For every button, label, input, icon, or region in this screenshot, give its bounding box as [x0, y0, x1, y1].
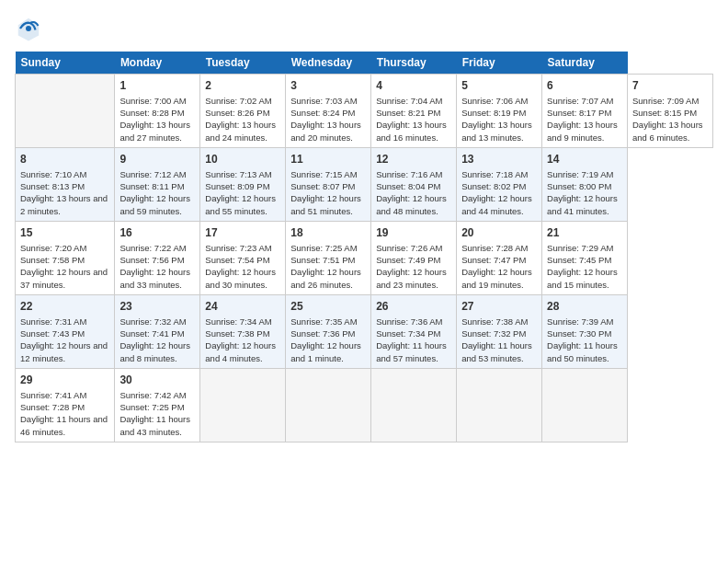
calendar-cell: 29 Sunrise: 7:41 AM Sunset: 7:28 PM Dayl…: [16, 368, 115, 442]
daylight: Daylight: 12 hours and 1 minute.: [290, 340, 361, 362]
calendar-cell: 19 Sunrise: 7:26 AM Sunset: 7:49 PM Dayl…: [371, 221, 457, 294]
sunset: Sunset: 7:41 PM: [119, 328, 184, 339]
sunset: Sunset: 8:09 PM: [205, 181, 269, 191]
sunset: Sunset: 8:26 PM: [205, 108, 269, 118]
calendar-cell: 5 Sunrise: 7:06 AM Sunset: 8:19 PM Dayli…: [457, 75, 542, 148]
sunrise: Sunrise: 7:07 AM: [547, 96, 613, 106]
sunrise: Sunrise: 7:42 AM: [119, 390, 186, 400]
calendar-week-row: 15 Sunrise: 7:20 AM Sunset: 7:58 PM Dayl…: [16, 221, 713, 294]
calendar-cell: 22 Sunrise: 7:31 AM Sunset: 7:43 PM Dayl…: [16, 294, 115, 368]
sunrise: Sunrise: 7:19 AM: [547, 169, 613, 179]
sunset: Sunset: 8:13 PM: [20, 181, 85, 191]
sunset: Sunset: 7:30 PM: [547, 328, 611, 339]
day-number: 11: [290, 152, 366, 167]
day-number: 1: [119, 78, 195, 94]
daylight: Daylight: 13 hours and 13 minutes.: [461, 120, 532, 142]
sunrise: Sunrise: 7:02 AM: [205, 96, 271, 106]
day-number: 21: [547, 225, 622, 241]
sunset: Sunset: 7:49 PM: [376, 255, 440, 265]
sunrise: Sunrise: 7:09 AM: [632, 96, 699, 106]
day-number: 23: [119, 299, 195, 315]
day-number: 4: [376, 78, 451, 94]
sunrise: Sunrise: 7:00 AM: [119, 96, 186, 106]
calendar-cell: 25 Sunrise: 7:35 AM Sunset: 7:36 PM Dayl…: [286, 294, 371, 368]
sunrise: Sunrise: 7:35 AM: [290, 316, 357, 327]
calendar-cell: 17 Sunrise: 7:23 AM Sunset: 7:54 PM Dayl…: [200, 221, 286, 294]
calendar-cell: 7 Sunrise: 7:09 AM Sunset: 8:15 PM Dayli…: [628, 75, 713, 148]
calendar-cell: 3 Sunrise: 7:03 AM Sunset: 8:24 PM Dayli…: [286, 75, 371, 148]
header: [15, 15, 713, 42]
daylight: Daylight: 12 hours and 23 minutes.: [376, 267, 447, 289]
daylight: Daylight: 13 hours and 9 minutes.: [547, 120, 618, 142]
sunrise: Sunrise: 7:23 AM: [205, 243, 271, 253]
daylight: Daylight: 12 hours and 59 minutes.: [119, 193, 190, 215]
daylight: Daylight: 11 hours and 46 minutes.: [20, 414, 108, 436]
calendar-cell: 26 Sunrise: 7:36 AM Sunset: 7:34 PM Dayl…: [371, 294, 457, 368]
calendar-cell: 11 Sunrise: 7:15 AM Sunset: 8:07 PM Dayl…: [286, 147, 371, 221]
calendar-cell: 18 Sunrise: 7:25 AM Sunset: 7:51 PM Dayl…: [286, 221, 371, 294]
sunrise: Sunrise: 7:26 AM: [376, 243, 442, 253]
daylight: Daylight: 12 hours and 55 minutes.: [205, 193, 276, 215]
calendar-cell: [371, 368, 457, 442]
sunrise: Sunrise: 7:31 AM: [20, 316, 86, 327]
calendar-week-row: 8 Sunrise: 7:10 AM Sunset: 8:13 PM Dayli…: [16, 147, 713, 221]
day-number: 17: [205, 225, 280, 241]
day-of-week-header: Wednesday: [286, 52, 371, 75]
day-number: 28: [547, 299, 622, 315]
daylight: Daylight: 12 hours and 15 minutes.: [547, 267, 618, 289]
sunrise: Sunrise: 7:32 AM: [119, 316, 186, 327]
sunset: Sunset: 7:34 PM: [376, 328, 440, 339]
sunrise: Sunrise: 7:39 AM: [547, 316, 613, 327]
calendar-table: SundayMondayTuesdayWednesdayThursdayFrid…: [15, 52, 713, 442]
calendar-cell: 20 Sunrise: 7:28 AM Sunset: 7:47 PM Dayl…: [457, 221, 542, 294]
day-number: 20: [461, 225, 537, 241]
day-number: 6: [547, 78, 622, 94]
calendar-cell: 28 Sunrise: 7:39 AM Sunset: 7:30 PM Dayl…: [542, 294, 628, 368]
sunset: Sunset: 8:07 PM: [290, 181, 355, 191]
calendar-cell: [286, 368, 371, 442]
calendar-cell: 12 Sunrise: 7:16 AM Sunset: 8:04 PM Dayl…: [371, 147, 457, 221]
daylight: Daylight: 12 hours and 12 minutes.: [20, 340, 108, 362]
calendar-week-row: 22 Sunrise: 7:31 AM Sunset: 7:43 PM Dayl…: [16, 294, 713, 368]
calendar-cell: 1 Sunrise: 7:00 AM Sunset: 8:28 PM Dayli…: [115, 75, 200, 148]
daylight: Daylight: 12 hours and 4 minutes.: [205, 340, 276, 362]
sunset: Sunset: 8:11 PM: [119, 181, 184, 191]
calendar-cell: 6 Sunrise: 7:07 AM Sunset: 8:17 PM Dayli…: [542, 75, 628, 148]
sunset: Sunset: 8:15 PM: [632, 108, 697, 118]
sunset: Sunset: 7:56 PM: [119, 255, 184, 265]
sunrise: Sunrise: 7:25 AM: [290, 243, 357, 253]
sunset: Sunset: 8:19 PM: [461, 108, 526, 118]
sunset: Sunset: 8:17 PM: [547, 108, 611, 118]
calendar-cell: 30 Sunrise: 7:42 AM Sunset: 7:25 PM Dayl…: [115, 368, 200, 442]
daylight: Daylight: 12 hours and 48 minutes.: [376, 193, 447, 215]
calendar-body: 1 Sunrise: 7:00 AM Sunset: 8:28 PM Dayli…: [16, 75, 713, 442]
svg-point-1: [26, 26, 31, 31]
day-of-week-header: Saturday: [542, 52, 628, 75]
calendar-header-row: SundayMondayTuesdayWednesdayThursdayFrid…: [16, 52, 713, 75]
calendar-week-row: 29 Sunrise: 7:41 AM Sunset: 7:28 PM Dayl…: [16, 368, 713, 442]
daylight: Daylight: 13 hours and 24 minutes.: [205, 120, 276, 142]
day-number: 19: [376, 225, 451, 241]
sunset: Sunset: 7:32 PM: [461, 328, 526, 339]
day-number: 13: [461, 152, 537, 167]
daylight: Daylight: 11 hours and 50 minutes.: [547, 340, 618, 362]
daylight: Daylight: 11 hours and 53 minutes.: [461, 340, 532, 362]
daylight: Daylight: 12 hours and 8 minutes.: [119, 340, 190, 362]
day-number: 22: [20, 299, 109, 315]
logo-icon: [15, 15, 42, 42]
sunset: Sunset: 7:45 PM: [547, 255, 611, 265]
day-number: 10: [205, 152, 280, 167]
sunset: Sunset: 7:43 PM: [20, 328, 85, 339]
day-number: 27: [461, 299, 537, 315]
calendar-cell: [542, 368, 628, 442]
sunrise: Sunrise: 7:41 AM: [20, 390, 86, 400]
day-of-week-header: Sunday: [16, 52, 115, 75]
sunrise: Sunrise: 7:16 AM: [376, 169, 442, 179]
sunrise: Sunrise: 7:15 AM: [290, 169, 357, 179]
daylight: Daylight: 12 hours and 51 minutes.: [290, 193, 361, 215]
sunrise: Sunrise: 7:06 AM: [461, 96, 528, 106]
sunset: Sunset: 7:54 PM: [205, 255, 269, 265]
calendar-cell: 9 Sunrise: 7:12 AM Sunset: 8:11 PM Dayli…: [115, 147, 200, 221]
sunset: Sunset: 8:24 PM: [290, 108, 355, 118]
sunrise: Sunrise: 7:12 AM: [119, 169, 186, 179]
